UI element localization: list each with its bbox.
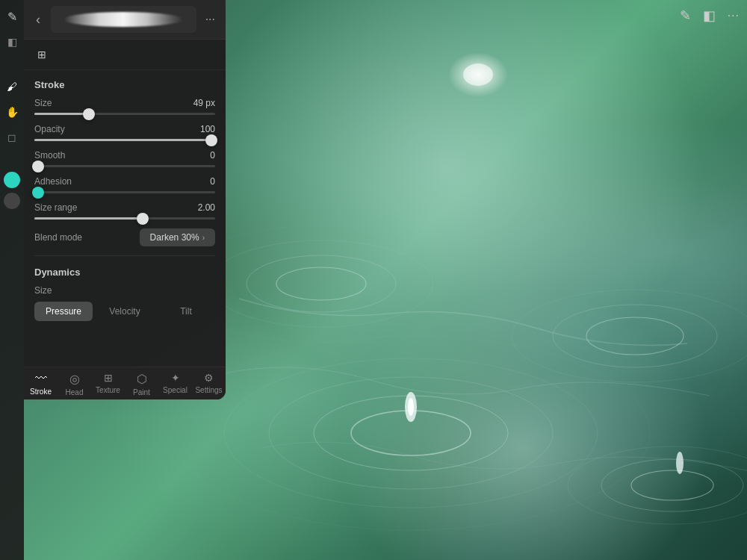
stroke-section-title: Stroke <box>34 79 215 90</box>
size-range-param: Size range 2.00 <box>34 202 215 220</box>
pressure-button[interactable]: Pressure <box>34 302 93 321</box>
size-range-value: 2.00 <box>198 202 215 213</box>
panel-more-button[interactable]: ··· <box>202 11 218 28</box>
svg-point-7 <box>276 267 366 300</box>
paint-nav-icon: ⬡ <box>137 372 147 386</box>
svg-point-19 <box>463 63 493 86</box>
velocity-button[interactable]: Velocity <box>96 302 154 321</box>
size-range-slider-track[interactable] <box>34 217 215 220</box>
nav-paint[interactable]: ⬡ Paint <box>125 372 158 396</box>
panel-content[interactable]: Stroke Size 49 px Opacity 100 <box>24 70 226 324</box>
size-slider-thumb[interactable] <box>83 108 95 120</box>
nav-special[interactable]: ✦ Special <box>158 372 192 396</box>
head-nav-label: Head <box>66 388 84 396</box>
svg-point-11 <box>586 317 684 355</box>
head-nav-icon: ◎ <box>69 372 80 386</box>
panel-bottom-nav: 〰 Stroke ◎ Head ⊞ Texture ⬡ Paint ✦ Spec… <box>24 367 226 399</box>
settings-nav-icon: ⚙ <box>204 372 214 384</box>
texture-nav-icon: ⊞ <box>104 372 113 384</box>
adhesion-label: Adhesion <box>34 176 72 187</box>
nav-head[interactable]: ◎ Head <box>58 372 91 396</box>
svg-point-8 <box>247 255 396 312</box>
back-button[interactable]: ‹ <box>31 10 45 29</box>
panel-tabs: ⊞ <box>24 40 226 70</box>
adhesion-slider-thumb[interactable] <box>32 187 44 199</box>
nav-stroke[interactable]: 〰 Stroke <box>24 372 58 396</box>
dynamics-section: Dynamics Size Pressure Velocity Tilt <box>34 255 215 324</box>
dynamics-title: Dynamics <box>34 267 215 278</box>
toolbar-color-teal[interactable] <box>4 172 20 188</box>
opacity-slider-fill <box>34 139 211 141</box>
blend-mode-button[interactable]: Darken 30% › <box>140 228 215 246</box>
opacity-param: Opacity 100 <box>34 124 215 141</box>
svg-point-15 <box>601 459 743 511</box>
nav-texture[interactable]: ⊞ Texture <box>91 372 125 396</box>
smooth-label: Smooth <box>34 150 65 161</box>
size-range-label: Size range <box>34 202 77 213</box>
nav-settings[interactable]: ⚙ Settings <box>192 372 226 396</box>
panel-header: ‹ ··· <box>24 0 226 40</box>
smooth-value: 0 <box>210 150 215 161</box>
toolbar-modify-icon[interactable]: ✎ <box>1 6 22 27</box>
toolbar-layers-icon[interactable]: ◧ <box>1 31 22 52</box>
more-options-icon[interactable]: ··· <box>728 9 740 22</box>
size-slider-track[interactable] <box>34 113 215 115</box>
adhesion-value: 0 <box>210 176 215 187</box>
toolbar-eraser-icon[interactable]: ◻ <box>1 127 22 148</box>
dynamics-size-label: Size <box>34 285 215 296</box>
blend-mode-row: Blend mode Darken 30% › <box>34 228 215 246</box>
brush-panel: ‹ ··· ⊞ Stroke Size 49 px Opacity <box>24 0 226 399</box>
size-range-slider-thumb[interactable] <box>137 213 149 225</box>
svg-point-13 <box>512 290 747 382</box>
size-value: 49 px <box>193 98 215 108</box>
svg-point-14 <box>631 470 713 500</box>
svg-point-6 <box>408 398 414 416</box>
top-right-toolbar: ✎ ◧ ··· <box>680 7 740 24</box>
smooth-slider-track[interactable] <box>34 165 215 167</box>
opacity-value: 100 <box>200 124 215 134</box>
toolbar-brush-icon[interactable]: 🖌 <box>1 76 22 97</box>
svg-point-3 <box>224 358 598 508</box>
adhesion-slider-track[interactable] <box>34 191 215 193</box>
brush-stroke-preview <box>63 12 183 27</box>
toolbar-smudge-icon[interactable]: ✋ <box>1 102 22 122</box>
panel-tab-grid[interactable]: ⊞ <box>31 44 52 65</box>
opacity-slider-track[interactable] <box>34 139 215 141</box>
dynamics-btn-row: Pressure Velocity Tilt <box>34 302 215 321</box>
settings-nav-label: Settings <box>195 386 222 394</box>
svg-point-4 <box>172 336 650 530</box>
smooth-slider-thumb[interactable] <box>32 161 44 172</box>
brush-preview <box>51 6 196 33</box>
tilt-button[interactable]: Tilt <box>157 302 215 321</box>
special-nav-label: Special <box>163 386 187 394</box>
svg-point-12 <box>553 305 717 367</box>
modify-icon[interactable]: ✎ <box>680 7 691 24</box>
toolbar-color-dark[interactable] <box>4 193 20 209</box>
smooth-param: Smooth 0 <box>34 150 215 167</box>
layers-icon[interactable]: ◧ <box>703 7 716 24</box>
size-param: Size 49 px <box>34 98 215 115</box>
size-range-slider-fill <box>34 217 143 220</box>
stroke-nav-label: Stroke <box>30 388 52 396</box>
blend-mode-label: Blend mode <box>34 232 82 243</box>
opacity-label: Opacity <box>34 124 65 134</box>
size-label: Size <box>34 98 52 108</box>
blend-mode-value: Darken 30% <box>150 232 199 243</box>
blend-mode-chevron: › <box>202 234 205 242</box>
special-nav-icon: ✦ <box>171 372 180 384</box>
svg-point-17 <box>676 452 684 474</box>
adhesion-param: Adhesion 0 <box>34 176 215 193</box>
stroke-nav-icon: 〰 <box>35 372 47 385</box>
left-toolbar: ✎ ◧ 🖌 ✋ ◻ <box>0 0 24 560</box>
paint-nav-label: Paint <box>133 388 150 396</box>
opacity-slider-thumb[interactable] <box>205 134 217 146</box>
size-slider-fill <box>34 113 89 115</box>
texture-nav-label: Texture <box>96 386 120 394</box>
